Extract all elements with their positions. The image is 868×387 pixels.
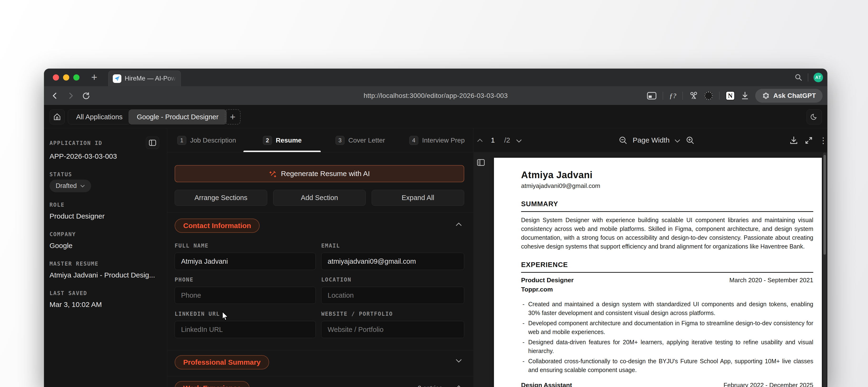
- bullet: Created and maintained a design system w…: [521, 300, 813, 317]
- zoom-out-icon[interactable]: [619, 136, 627, 145]
- work-experience-entry-count: 3 entries: [417, 385, 442, 387]
- add-section-button[interactable]: Add Section: [273, 190, 366, 206]
- master-resume-label: MASTER RESUME: [50, 260, 98, 267]
- browser-tab[interactable]: HireMe — AI-Powere: [108, 71, 181, 86]
- editor-tabs: 1Job Description 2Resume 3Cover Letter 4…: [167, 129, 473, 152]
- theme-toggle-button[interactable]: [807, 109, 822, 125]
- linkedin-url-input[interactable]: [175, 321, 316, 338]
- status-label: STATUS: [50, 171, 72, 177]
- tab-job-description[interactable]: 1Job Description: [177, 129, 236, 152]
- email-input[interactable]: [321, 253, 464, 270]
- sidebar-panel-icon[interactable]: [647, 92, 656, 100]
- tabbar-divider: [808, 73, 808, 81]
- linkedin-url-label: LINKEDIN URL: [175, 311, 220, 317]
- zoom-window-button[interactable]: [73, 74, 80, 80]
- resume-page: Atmiya Jadvani atmiyajadvani09@gmail.com…: [494, 158, 822, 387]
- browser-window: + HireMe — AI-Powere AT http://localhost…: [44, 69, 827, 387]
- application-sidebar: APPLICATION ID APP-2026-03-03-003 STATUS…: [44, 129, 167, 387]
- downloads-icon[interactable]: [741, 92, 749, 100]
- location-input[interactable]: [321, 287, 464, 304]
- tab-interview-prep[interactable]: 4Interview Prep: [409, 129, 465, 152]
- home-button[interactable]: [50, 109, 65, 125]
- more-options-icon[interactable]: ⋮: [819, 136, 827, 145]
- tab-resume[interactable]: 2Resume: [263, 129, 302, 152]
- toolbar-divider: [682, 92, 683, 100]
- chevron-down-icon[interactable]: [516, 139, 522, 143]
- role-label: ROLE: [50, 202, 64, 208]
- tab-title: HireMe — AI-Powere: [125, 75, 176, 82]
- tab-search-icon[interactable]: [795, 73, 803, 81]
- resume-name: Atmiya Jadvani: [521, 170, 813, 180]
- font-extension-icon[interactable]: ƒ?: [669, 92, 676, 100]
- password-keys-icon[interactable]: [689, 91, 698, 100]
- browser-toolbar: http://localhost:3000/editor/app-2026-03…: [44, 86, 827, 105]
- phone-input[interactable]: [175, 287, 316, 304]
- zoom-mode-dropdown[interactable]: Page Width: [633, 136, 670, 144]
- home-icon: [53, 113, 61, 121]
- expand-all-button[interactable]: Expand All: [372, 190, 464, 206]
- hireme-app: All Applications Google - Product Design…: [44, 105, 827, 387]
- browser-tabbar: + HireMe — AI-Powere AT: [44, 69, 827, 86]
- wand-sparkle-icon: [269, 170, 277, 177]
- application-id-value: APP-2026-03-03-003: [50, 152, 117, 161]
- notion-extension-icon[interactable]: N: [726, 91, 735, 100]
- mouse-cursor: [221, 312, 229, 321]
- minimize-window-button[interactable]: [63, 74, 69, 80]
- contact-information-section-header[interactable]: Contact Information: [175, 218, 259, 233]
- work-experience-section-header[interactable]: Work Experience: [175, 381, 250, 387]
- pdf-scrollbar[interactable]: [823, 152, 826, 387]
- app-tab-google-product-designer[interactable]: Google - Product Designer: [128, 109, 227, 125]
- chevron-up-icon[interactable]: [456, 222, 462, 226]
- pdf-viewer: Atmiya Jadvani atmiyajadvani09@gmail.com…: [474, 152, 827, 387]
- fullscreen-icon[interactable]: [805, 137, 812, 144]
- extension-loading-icon[interactable]: [704, 92, 713, 100]
- resume-editor-panel: 1Job Description 2Resume 3Cover Letter 4…: [167, 129, 473, 387]
- company-value: Google: [50, 242, 72, 250]
- app-header: All Applications Google - Product Design…: [44, 105, 827, 128]
- hireme-favicon-icon: [113, 74, 121, 83]
- zoom-in-icon[interactable]: [686, 136, 694, 145]
- arrange-sections-button[interactable]: Arrange Sections: [175, 190, 267, 206]
- role-value: Product Designer: [50, 212, 105, 220]
- master-resume-value: Atmiya Jadvani - Product Desig...: [50, 271, 155, 279]
- toolbar-divider: [719, 92, 719, 100]
- openai-logo-icon: [762, 92, 770, 100]
- add-application-button[interactable]: +: [225, 109, 241, 125]
- pdf-preview-panel: 1 /2 Page Width: [474, 129, 827, 387]
- location-label: LOCATION: [321, 277, 351, 283]
- email-label: EMAIL: [321, 243, 340, 249]
- company-label: COMPANY: [50, 231, 76, 237]
- website-portfolio-input[interactable]: [321, 321, 464, 338]
- last-saved-label: LAST SAVED: [50, 290, 87, 296]
- pdf-toolbar: 1 /2 Page Width: [474, 129, 827, 152]
- pdf-scrollbar-thumb[interactable]: [824, 155, 826, 255]
- chevron-up-icon[interactable]: [456, 385, 462, 387]
- download-pdf-icon[interactable]: [790, 136, 798, 145]
- application-id-label: APPLICATION ID: [50, 140, 102, 146]
- regenerate-resume-button[interactable]: Regenerate Resume with AI: [175, 165, 464, 182]
- experience-company: Toppr.com: [521, 286, 813, 293]
- bullet: Developed component architecture and doc…: [521, 319, 813, 337]
- bullet: Collaborated cross-functionally to co-de…: [521, 357, 813, 375]
- phone-label: PHONE: [175, 277, 193, 283]
- close-window-button[interactable]: [53, 74, 59, 80]
- status-dropdown[interactable]: Drafted: [50, 180, 91, 192]
- moon-icon: [810, 113, 818, 121]
- previous-page-icon[interactable]: [477, 139, 483, 142]
- last-saved-value: Mar 3, 10:02 AM: [50, 301, 102, 309]
- experience-entry-header: Product Designer March 2020 - September …: [521, 277, 813, 284]
- full-name-input[interactable]: [175, 253, 316, 270]
- professional-summary-section-header[interactable]: Professional Summary: [175, 355, 269, 370]
- browser-profile-avatar[interactable]: AT: [813, 73, 823, 82]
- page-number[interactable]: 1: [491, 136, 495, 144]
- chevron-down-icon[interactable]: [675, 139, 680, 143]
- toggle-thumbnails-icon[interactable]: [477, 159, 485, 166]
- resume-summary-text: Design System Designer with experience b…: [521, 216, 813, 251]
- collapse-sidebar-button[interactable]: [146, 137, 159, 149]
- new-tab-button[interactable]: +: [89, 72, 100, 83]
- chevron-down-icon[interactable]: [456, 359, 462, 363]
- tab-cover-letter[interactable]: 3Cover Letter: [336, 129, 385, 152]
- all-applications-button[interactable]: All Applications: [68, 109, 131, 125]
- ask-chatgpt-button[interactable]: Ask ChatGPT: [755, 89, 823, 103]
- full-name-label: FULL NAME: [175, 243, 209, 249]
